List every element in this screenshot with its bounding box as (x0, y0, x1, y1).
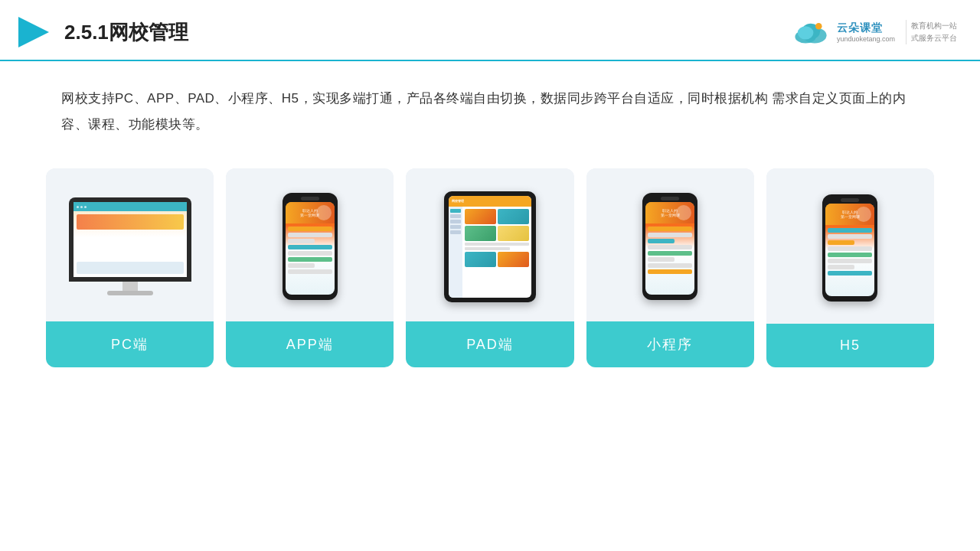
logo-name: 云朵课堂 (837, 21, 895, 35)
page-title: 2.5.1网校管理 (64, 19, 188, 46)
card-app: 职达人的第一堂网课 APP端 (226, 168, 394, 367)
pc-monitor-icon (69, 197, 191, 295)
phone-app-icon: 职达人的第一堂网课 (283, 193, 338, 300)
phone-h5-icon: 职达人的第一堂网课 (822, 194, 877, 302)
card-h5-label: H5 (766, 324, 934, 367)
logo-slogan: 教育机构一站式服务云平台 (906, 20, 957, 44)
play-icon (15, 14, 52, 51)
description-paragraph: 网校支持PC、APP、PAD、小程序、H5，实现多端打通，产品各终端自由切换，数… (61, 86, 919, 138)
phone-miniapp-icon: 职达人的第一堂网课 (642, 193, 697, 300)
card-h5: 职达人的第一堂网课 H5 (766, 168, 934, 367)
description-text: 网校支持PC、APP、PAD、小程序、H5，实现多端打通，产品各终端自由切换，数… (0, 61, 980, 153)
card-miniapp: 职达人的第一堂网课 小程序 (586, 168, 754, 367)
card-miniapp-image: 职达人的第一堂网课 (586, 168, 754, 321)
card-pad-image: 网校管理 (406, 168, 573, 321)
svg-marker-0 (18, 17, 49, 47)
card-pc-label: PC端 (46, 321, 214, 367)
platform-cards: PC端 职达人的第一堂网课 (0, 153, 980, 367)
svg-point-5 (815, 23, 822, 30)
card-pad-label: PAD端 (406, 321, 573, 367)
card-app-label: APP端 (226, 321, 394, 367)
svg-point-4 (798, 26, 814, 39)
card-pc-image (46, 168, 214, 321)
card-app-image: 职达人的第一堂网课 (226, 168, 394, 321)
header-left: 2.5.1网校管理 (15, 14, 188, 51)
cloud-logo-icon (791, 18, 831, 46)
header: 2.5.1网校管理 云朵课堂 yunduoketang.com 教育机构一站式服… (0, 0, 980, 61)
logo-area: 云朵课堂 yunduoketang.com 教育机构一站式服务云平台 (791, 18, 957, 46)
tablet-pad-icon: 网校管理 (444, 191, 536, 302)
card-miniapp-label: 小程序 (586, 321, 754, 367)
logo-url: yunduoketang.com (837, 35, 895, 43)
card-h5-image: 职达人的第一堂网课 (766, 168, 934, 324)
card-pc: PC端 (46, 168, 214, 367)
card-pad: 网校管理 (406, 168, 573, 367)
